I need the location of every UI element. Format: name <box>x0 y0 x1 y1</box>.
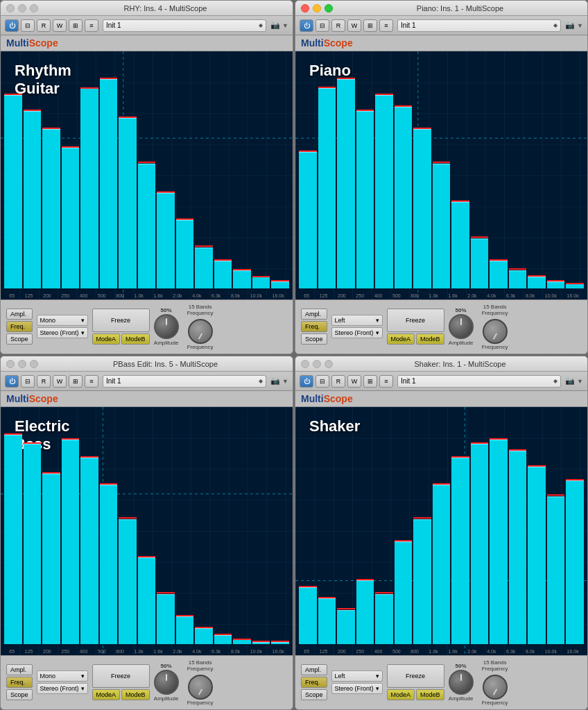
bar-wrapper-2 <box>337 417 355 644</box>
mode-b-btn-1[interactable]: ModeB <box>121 334 150 345</box>
mode-a-btn-3[interactable]: ModeA <box>92 689 121 700</box>
max-btn-3[interactable] <box>30 360 38 368</box>
amplitude-knob-2[interactable] <box>449 314 474 339</box>
ampl-btn-2[interactable]: Ampl. <box>301 309 327 320</box>
tb-btn-3c[interactable]: W <box>53 375 67 388</box>
freq-btn-2[interactable]: Freq. <box>301 321 327 332</box>
freq-label-16.0k: 16.0k <box>567 293 579 298</box>
close-btn-3[interactable] <box>6 360 15 368</box>
scope-btn-1[interactable]: Scope <box>6 334 33 345</box>
min-btn-4[interactable] <box>313 360 321 368</box>
tb-btn-2b[interactable]: R <box>331 19 345 32</box>
mode-a-btn-4[interactable]: ModeA <box>387 689 415 700</box>
tb-btn-3e[interactable]: ≡ <box>85 375 98 388</box>
amplitude-knob-3[interactable] <box>154 670 179 695</box>
arrow-icon-1[interactable]: ▼ <box>282 22 288 29</box>
power-btn-2[interactable]: ⏻ <box>300 19 313 32</box>
close-btn-1[interactable] <box>6 4 15 12</box>
peak-marker-9 <box>176 615 194 616</box>
arrow-icon-4[interactable]: ▼ <box>577 378 583 385</box>
tb-btn-3a[interactable]: ⊟ <box>21 375 35 388</box>
peak-marker-14 <box>271 280 289 282</box>
channel-dropdown-3[interactable]: Mono ▾ <box>37 670 88 682</box>
amplitude-knob-1[interactable] <box>154 314 179 339</box>
frequency-knob-4[interactable] <box>483 675 508 700</box>
bar-wrapper-12 <box>528 417 546 644</box>
min-btn-2[interactable] <box>313 4 321 12</box>
frequency-knob-2[interactable] <box>483 319 508 344</box>
output-dropdown-4[interactable]: Stereo (Front) ▾ <box>331 683 383 694</box>
close-btn-4[interactable] <box>301 360 309 368</box>
min-btn-1[interactable] <box>18 4 26 12</box>
tb-btn-1a[interactable]: ⊟ <box>21 19 35 32</box>
freeze-btn-2[interactable]: Freeze <box>387 309 444 332</box>
init-dropdown-3[interactable]: Init 1 ◆ <box>103 375 266 388</box>
init-dropdown-2[interactable]: Init 1 ◆ <box>397 19 561 32</box>
frequency-knob-3[interactable] <box>188 675 213 700</box>
init-dropdown-4[interactable]: Init 1 ◆ <box>397 375 561 388</box>
freq-btn-4[interactable]: Freq. <box>301 677 327 688</box>
amplitude-knob-4[interactable] <box>449 670 474 695</box>
max-btn-1[interactable] <box>30 4 38 12</box>
tb-btn-2c[interactable]: W <box>347 19 361 32</box>
ampl-btn-3[interactable]: Ampl. <box>6 664 33 675</box>
tb-btn-1d[interactable]: ⊞ <box>69 19 83 32</box>
freeze-btn-3[interactable]: Freeze <box>92 664 150 688</box>
scope-btn-3[interactable]: Scope <box>6 689 33 700</box>
mode-b-btn-3[interactable]: ModeB <box>121 689 150 700</box>
freq-label-1.0k: 1.0k <box>429 293 438 298</box>
mode-a-btn-1[interactable]: ModeA <box>92 334 121 345</box>
peak-marker-12 <box>233 639 251 640</box>
frequency-knob-1[interactable] <box>188 319 213 344</box>
tb-btn-4c[interactable]: W <box>347 375 361 388</box>
tb-btn-4b[interactable]: R <box>331 375 345 388</box>
controls-panel-4: Ampl. Freq. Scope Left ▾ Stereo (Front) … <box>295 655 587 709</box>
max-btn-2[interactable] <box>325 4 333 12</box>
camera-icon-2[interactable]: 📷 <box>565 21 575 30</box>
mode-b-btn-4[interactable]: ModeB <box>416 689 444 700</box>
arrow-icon-2[interactable]: ▼ <box>577 22 583 29</box>
bar-wrapper-9 <box>471 61 489 288</box>
tb-btn-4d[interactable]: ⊞ <box>363 375 377 388</box>
ampl-btn-4[interactable]: Ampl. <box>301 664 327 675</box>
tb-btn-4e[interactable]: ≡ <box>379 375 393 388</box>
camera-icon-3[interactable]: 📷 <box>270 376 280 386</box>
peak-marker-7 <box>433 162 451 163</box>
freq-btn-3[interactable]: Freq. <box>6 677 33 688</box>
tb-btn-1c[interactable]: W <box>53 19 67 32</box>
freeze-btn-4[interactable]: Freeze <box>387 664 444 688</box>
tb-btn-1b[interactable]: R <box>37 19 51 32</box>
mode-b-btn-2[interactable]: ModeB <box>416 334 444 345</box>
tb-btn-3b[interactable]: R <box>37 375 51 388</box>
tb-btn-3d[interactable]: ⊞ <box>69 375 83 388</box>
scope-btn-2[interactable]: Scope <box>301 334 327 345</box>
close-btn-2[interactable] <box>301 4 309 12</box>
output-dropdown-2[interactable]: Stereo (Front) ▾ <box>331 327 383 338</box>
channel-dropdown-2[interactable]: Left ▾ <box>331 315 383 326</box>
init-dropdown-1[interactable]: Init 1 ◆ <box>103 19 266 32</box>
output-dropdown-1[interactable]: Stereo (Front) ▾ <box>37 327 88 338</box>
tb-btn-1e[interactable]: ≡ <box>85 19 98 32</box>
tb-btn-2d[interactable]: ⊞ <box>363 19 377 32</box>
tb-btn-2e[interactable]: ≡ <box>379 19 393 32</box>
power-btn-1[interactable]: ⏻ <box>5 19 19 32</box>
freq-btn-1[interactable]: Freq. <box>6 321 33 332</box>
max-btn-4[interactable] <box>325 360 333 368</box>
channel-dropdown-4[interactable]: Left ▾ <box>331 670 383 682</box>
power-btn-3[interactable]: ⏻ <box>5 375 19 388</box>
freeze-btn-1[interactable]: Freeze <box>92 309 150 332</box>
scope-btn-4[interactable]: Scope <box>301 689 327 700</box>
camera-icon-4[interactable]: 📷 <box>565 376 575 386</box>
camera-icon-1[interactable]: 📷 <box>270 21 280 30</box>
channel-dropdown-1[interactable]: Mono ▾ <box>37 315 88 326</box>
mode-a-btn-2[interactable]: ModeA <box>387 334 415 345</box>
tb-btn-4a[interactable]: ⊟ <box>315 375 329 388</box>
output-dropdown-3[interactable]: Stereo (Front) ▾ <box>37 683 88 694</box>
ampl-btn-1[interactable]: Ampl. <box>6 309 33 320</box>
min-btn-3[interactable] <box>18 360 26 368</box>
freq-label-8.0k: 8.0k <box>231 293 240 298</box>
bar-wrapper-10 <box>195 417 213 644</box>
tb-btn-2a[interactable]: ⊟ <box>315 19 329 32</box>
power-btn-4[interactable]: ⏻ <box>300 375 313 388</box>
arrow-icon-3[interactable]: ▼ <box>282 378 288 385</box>
